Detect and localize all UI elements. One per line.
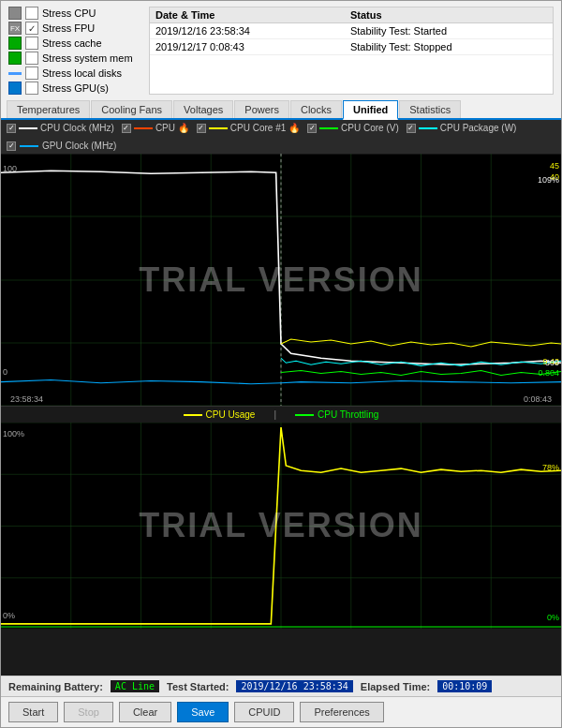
tab-cooling-fans[interactable]: Cooling Fans bbox=[91, 100, 172, 118]
status-header: Status bbox=[345, 7, 553, 23]
tab-powers[interactable]: Powers bbox=[234, 100, 289, 118]
legend-cpu-clock: CPU Clock (MHz) bbox=[7, 123, 114, 133]
table-row: 2019/12/16 23:58:34 Stability Test: Star… bbox=[150, 23, 553, 39]
upper-legend-bar: CPU Clock (MHz) CPU 🔥 CPU Core #1 🔥 CPU … bbox=[1, 120, 561, 154]
legend-cpu-package-checkbox[interactable] bbox=[407, 124, 416, 133]
legend-cpu: CPU 🔥 bbox=[122, 123, 189, 133]
y-right-0pct: 0% bbox=[547, 613, 559, 622]
save-button[interactable]: Save bbox=[177, 702, 229, 722]
y-label-100pct: 100% bbox=[3, 429, 24, 438]
tab-voltages[interactable]: Voltages bbox=[173, 100, 233, 118]
legend-cpu-throttling-label: CPU Throttling bbox=[318, 409, 378, 420]
date-status-panel: Date & Time Status 2019/12/16 23:58:34 S… bbox=[149, 7, 554, 95]
stress-gpus-item[interactable]: Stress GPU(s) bbox=[8, 82, 140, 95]
elapsed-value: 00:10:09 bbox=[437, 680, 492, 692]
legend-cpu-clock-checkbox[interactable] bbox=[7, 124, 16, 133]
legend-gpu-clock-label: GPU Clock (MHz) bbox=[42, 141, 116, 151]
x-label-end: 0:08:43 bbox=[524, 394, 552, 404]
stress-cache-item[interactable]: Stress cache bbox=[8, 37, 140, 50]
tab-temperatures[interactable]: Temperatures bbox=[7, 100, 90, 118]
stress-system-mem-label: Stress system mem bbox=[42, 52, 133, 64]
top-panel: Stress CPU FX ✓ Stress FPU Stress cache … bbox=[1, 1, 561, 100]
status-2: Stability Test: Stopped bbox=[345, 39, 553, 55]
stress-local-disks-checkbox[interactable] bbox=[25, 67, 38, 80]
chart-section: CPU Clock (MHz) CPU 🔥 CPU Core #1 🔥 CPU … bbox=[1, 120, 561, 676]
stress-system-mem-checkbox[interactable] bbox=[25, 52, 38, 65]
lower-legend: CPU Usage | CPU Throttling bbox=[1, 407, 561, 423]
upper-chart-svg bbox=[1, 154, 561, 406]
battery-value: AC Line bbox=[111, 680, 159, 692]
stress-gpus-label: Stress GPU(s) bbox=[42, 82, 109, 94]
date-status-table: Date & Time Status 2019/12/16 23:58:34 S… bbox=[150, 7, 553, 55]
button-bar: Start Stop Clear Save CPUID Preferences bbox=[1, 696, 561, 727]
upper-chart: TRIAL VERSION bbox=[1, 154, 561, 407]
stress-fpu-item[interactable]: FX ✓ Stress FPU bbox=[8, 22, 140, 35]
date-1: 2019/12/16 23:58:34 bbox=[150, 23, 345, 39]
stress-system-mem-item[interactable]: Stress system mem bbox=[8, 52, 140, 65]
test-started-value: 2019/12/16 23:58:34 bbox=[236, 680, 352, 692]
tab-unified[interactable]: Unified bbox=[343, 100, 398, 120]
legend-cpu-checkbox[interactable] bbox=[122, 124, 131, 133]
cpuid-button[interactable]: CPUID bbox=[234, 702, 294, 722]
clear-button[interactable]: Clear bbox=[119, 702, 171, 722]
legend-cpu-core-v-label: CPU Core (V) bbox=[341, 123, 399, 133]
legend-cpu-package: CPU Package (W) bbox=[407, 123, 517, 133]
legend-cpu-core-v-checkbox[interactable] bbox=[307, 124, 317, 133]
table-row: 2019/12/17 0:08:43 Stability Test: Stopp… bbox=[150, 39, 553, 55]
legend-cpu-throttling: CPU Throttling bbox=[295, 409, 378, 420]
y-right-78pct: 78% bbox=[542, 463, 559, 472]
tabs-bar: Temperatures Cooling Fans Voltages Power… bbox=[1, 100, 561, 120]
status-bar: Remaining Battery: AC Line Test Started:… bbox=[1, 676, 561, 696]
main-window: Stress CPU FX ✓ Stress FPU Stress cache … bbox=[0, 0, 562, 728]
battery-label: Remaining Battery: bbox=[8, 681, 103, 692]
legend-cpu-usage: CPU Usage bbox=[184, 409, 256, 420]
test-started-label: Test Started: bbox=[167, 681, 229, 692]
stress-cpu-checkbox[interactable] bbox=[25, 7, 38, 20]
legend-cpu-core-v: CPU Core (V) bbox=[307, 123, 399, 133]
preferences-button[interactable]: Preferences bbox=[300, 702, 383, 722]
stress-gpus-checkbox[interactable] bbox=[25, 82, 38, 95]
elapsed-label: Elapsed Time: bbox=[361, 681, 430, 692]
stress-cache-label: Stress cache bbox=[42, 37, 102, 49]
stress-fpu-label: Stress FPU bbox=[42, 22, 95, 34]
legend-cpu-clock-label: CPU Clock (MHz) bbox=[40, 123, 114, 133]
x-label-start: 23:58:34 bbox=[10, 394, 43, 404]
stress-local-disks-label: Stress local disks bbox=[42, 67, 122, 79]
stress-cpu-label: Stress CPU bbox=[42, 7, 96, 19]
stress-fpu-checkbox[interactable]: ✓ bbox=[25, 22, 38, 35]
tab-statistics[interactable]: Statistics bbox=[399, 100, 461, 118]
legend-cpu-label: CPU 🔥 bbox=[155, 123, 189, 133]
legend-cpu-core1-checkbox[interactable] bbox=[197, 124, 206, 133]
legend-cpu-usage-label: CPU Usage bbox=[206, 409, 256, 420]
start-button[interactable]: Start bbox=[8, 702, 58, 722]
date-time-header: Date & Time bbox=[150, 7, 345, 23]
tab-clocks[interactable]: Clocks bbox=[290, 100, 342, 118]
date-2: 2019/12/17 0:08:43 bbox=[150, 39, 345, 55]
stress-cpu-item[interactable]: Stress CPU bbox=[8, 7, 140, 20]
stress-cache-checkbox[interactable] bbox=[25, 37, 38, 50]
lower-chart: TRIAL VERSION bbox=[1, 423, 561, 629]
status-1: Stability Test: Started bbox=[345, 23, 553, 39]
legend-cpu-core1-label: CPU Core #1 🔥 bbox=[230, 123, 300, 133]
stress-list: Stress CPU FX ✓ Stress FPU Stress cache … bbox=[8, 7, 140, 95]
legend-gpu-clock-checkbox[interactable] bbox=[7, 141, 16, 151]
legend-cpu-package-label: CPU Package (W) bbox=[440, 123, 517, 133]
y-label-0pct: 0% bbox=[3, 611, 15, 620]
stop-button[interactable]: Stop bbox=[64, 702, 113, 722]
lower-chart-svg bbox=[1, 423, 561, 629]
legend-cpu-core1: CPU Core #1 🔥 bbox=[197, 123, 300, 133]
stress-local-disks-item[interactable]: Stress local disks bbox=[8, 67, 140, 80]
